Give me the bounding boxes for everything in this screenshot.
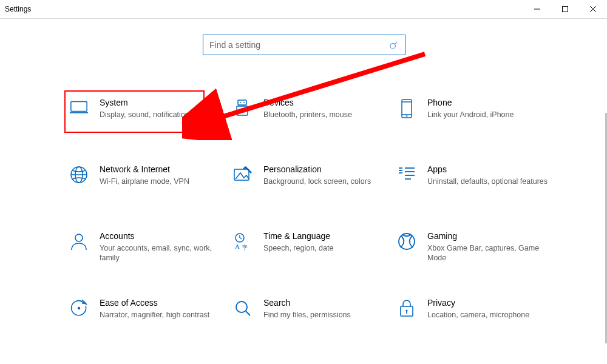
tile-desc: Location, camera, microphone [427, 310, 529, 320]
tile-title: Phone [427, 98, 514, 109]
tile-phone[interactable]: Phone Link your Android, iPhone [395, 92, 558, 139]
tile-desc: Display, sound, notifications, power [100, 110, 218, 120]
tile-title: Search [263, 298, 351, 309]
tile-desc: Wi-Fi, airplane mode, VPN [100, 177, 189, 187]
maximize-button[interactable] [551, 0, 579, 18]
system-icon [67, 98, 91, 115]
svg-rect-1 [563, 7, 568, 12]
search-box[interactable] [203, 35, 405, 55]
tile-personalization[interactable]: Personalization Background, lock screen,… [231, 158, 395, 206]
tile-title: Ease of Access [100, 298, 209, 309]
tile-desc: Uninstall, defaults, optional features [427, 177, 548, 187]
search-input[interactable] [203, 40, 382, 50]
svg-rect-16 [406, 116, 408, 117]
tile-desc: Speech, region, date [263, 243, 333, 254]
svg-rect-9 [237, 106, 248, 115]
tile-title: Network & Internet [100, 164, 189, 175]
xbox-icon [395, 231, 419, 251]
tile-title: Time & Language [263, 231, 333, 242]
svg-point-4 [390, 43, 395, 48]
svg-rect-6 [71, 102, 87, 112]
tile-title: System [100, 98, 218, 109]
tile-search[interactable]: Search Find my files, permissions [231, 292, 395, 339]
svg-point-11 [240, 102, 241, 103]
tile-privacy[interactable]: Privacy Location, camera, microphone [395, 292, 558, 339]
titlebar: Settings [0, 0, 607, 19]
svg-point-12 [243, 102, 245, 103]
phone-icon [395, 98, 419, 118]
minimize-button[interactable] [523, 0, 551, 18]
window-title: Settings [5, 5, 31, 13]
devices-icon [231, 98, 255, 117]
tile-system[interactable]: System Display, sound, notifications, po… [67, 92, 231, 139]
tile-devices[interactable]: Devices Bluetooth, printers, mouse [231, 92, 395, 139]
tile-desc: Bluetooth, printers, mouse [263, 110, 352, 120]
search-icon [382, 41, 405, 50]
svg-text:字: 字 [242, 244, 248, 251]
tile-ease-of-access[interactable]: Ease of Access Narrator, magnifier, high… [67, 292, 231, 339]
magnifier-icon [231, 298, 255, 317]
tile-desc: Your accounts, email, sync, work, family [100, 243, 221, 264]
tile-title: Gaming [427, 231, 549, 242]
tile-desc: Background, lock screen, colors [263, 177, 371, 187]
tile-title: Apps [427, 164, 548, 175]
tile-title: Personalization [263, 164, 371, 175]
settings-grid: System Display, sound, notifications, po… [67, 92, 571, 363]
person-icon [67, 231, 91, 251]
svg-line-38 [246, 311, 250, 315]
tile-gaming[interactable]: Gaming Xbox Game Bar, captures, Game Mod… [395, 225, 558, 272]
content-area: System Display, sound, notifications, po… [0, 19, 607, 363]
tile-accounts[interactable]: Accounts Your accounts, email, sync, wor… [67, 225, 231, 272]
tile-update-security[interactable]: Update & Security [67, 359, 231, 363]
tile-title: Accounts [100, 231, 221, 242]
svg-line-5 [395, 41, 397, 44]
window-controls [523, 0, 607, 18]
apps-icon [395, 164, 419, 180]
tile-desc: Find my files, permissions [263, 310, 351, 320]
svg-text:A: A [235, 243, 240, 250]
svg-rect-8 [238, 100, 246, 105]
svg-point-36 [78, 307, 80, 309]
tile-desc: Link your Android, iPhone [427, 110, 514, 120]
tile-apps[interactable]: Apps Uninstall, defaults, optional featu… [395, 158, 558, 206]
close-button[interactable] [579, 0, 607, 18]
svg-point-28 [75, 234, 83, 241]
tile-title: Devices [263, 98, 352, 109]
time-language-icon: A 字 [231, 231, 255, 251]
lock-icon [395, 298, 419, 317]
tile-desc: Narrator, magnifier, high contrast [100, 310, 209, 320]
svg-point-37 [236, 302, 247, 312]
tile-desc: Xbox Game Bar, captures, Game Mode [427, 243, 549, 264]
tile-network[interactable]: Network & Internet Wi-Fi, airplane mode,… [67, 158, 231, 206]
tile-time-language[interactable]: A 字 Time & Language Speech, region, date [231, 225, 395, 272]
paint-icon [231, 164, 255, 183]
svg-line-31 [240, 238, 242, 239]
tile-title: Privacy [427, 298, 529, 309]
ease-of-access-icon [67, 298, 91, 317]
svg-point-10 [240, 109, 244, 112]
globe-icon [67, 164, 91, 184]
